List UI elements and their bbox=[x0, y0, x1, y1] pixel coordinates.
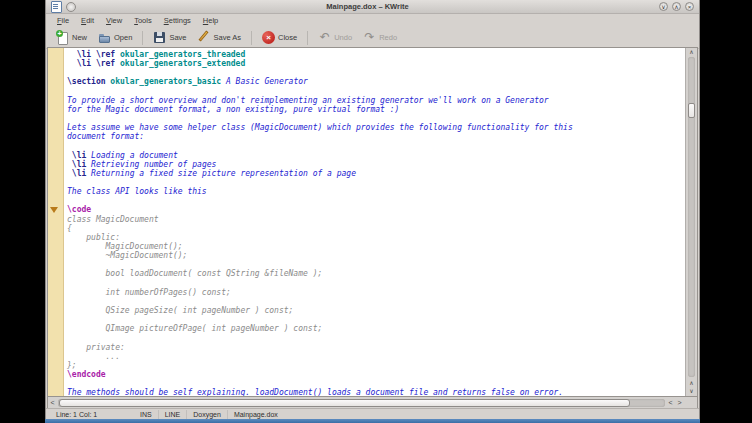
toolbar-button-label: Close bbox=[278, 33, 297, 42]
editor-line: }; bbox=[67, 361, 685, 370]
horizontal-scrollbar-thumb[interactable] bbox=[59, 399, 630, 407]
undo-button[interactable]: ↶Undo bbox=[314, 30, 356, 45]
toolbar-button-label: Save As bbox=[213, 33, 241, 42]
redo-button[interactable]: ↷Redo bbox=[359, 30, 401, 45]
editor-line bbox=[67, 196, 685, 205]
redo-icon: ↷ bbox=[363, 31, 376, 44]
editor-line bbox=[67, 114, 685, 123]
vertical-scrollbar[interactable]: ∧ ∧ ∨ bbox=[685, 48, 697, 396]
vertical-scrollbar-bottom-arrows: ∧ ∨ bbox=[686, 379, 697, 395]
window-menu-icon[interactable] bbox=[51, 1, 62, 13]
document-name: Mainpage.dox bbox=[227, 410, 284, 419]
scroll-up-icon[interactable]: ∧ bbox=[686, 379, 697, 387]
window-buttons: ∨ ∧ × bbox=[659, 2, 694, 11]
editor-text-area[interactable]: \li \ref okular_generators_threaded \li … bbox=[64, 48, 685, 396]
editor-line: \li Loading a document bbox=[67, 151, 685, 160]
minimize-button[interactable]: ∨ bbox=[659, 2, 668, 11]
editor-line: The methods should be self explaining. l… bbox=[67, 388, 685, 396]
editor-line: public: bbox=[67, 233, 685, 242]
toolbar-button-label: Open bbox=[114, 33, 132, 42]
scroll-down-icon[interactable]: ∨ bbox=[686, 387, 697, 395]
editor-line: The class API looks like this bbox=[67, 187, 685, 196]
editor-line: ... bbox=[67, 352, 685, 361]
scroll-up-icon[interactable]: ∧ bbox=[686, 48, 697, 56]
maximize-button[interactable]: ∧ bbox=[672, 2, 681, 11]
scroll-left-icon[interactable]: < bbox=[48, 397, 57, 408]
editor-line: QImage pictureOfPage( int pageNumber ) c… bbox=[67, 324, 685, 333]
editor-line bbox=[67, 333, 685, 342]
toolbar-button-label: Undo bbox=[334, 33, 352, 42]
editor-line: private: bbox=[67, 343, 685, 352]
editor-line bbox=[67, 141, 685, 150]
editor-line: { bbox=[67, 224, 685, 233]
horizontal-scrollbar-track[interactable] bbox=[58, 399, 665, 407]
desktop-background: Mainpage.dox – KWrite ∨ ∧ × FileEditView… bbox=[0, 0, 752, 423]
close-button[interactable]: ×Close bbox=[258, 30, 301, 45]
horizontal-scrollbar-right-arrows: < > bbox=[666, 397, 684, 408]
save-as-icon bbox=[197, 31, 210, 44]
code-fold-triangle-icon[interactable] bbox=[50, 207, 58, 213]
new-icon: + bbox=[56, 31, 69, 44]
selection-mode: LINE bbox=[158, 410, 187, 419]
editor-line: ~MagicDocument(); bbox=[67, 251, 685, 260]
editor-line: QSize pageSize( int pageNumber ) const; bbox=[67, 306, 685, 315]
save-as-button[interactable]: Save As bbox=[193, 30, 245, 45]
editor-line: Lets assume we have some helper class (M… bbox=[67, 123, 685, 132]
editor-line: \li Returning a fixed size picture repre… bbox=[67, 169, 685, 178]
toolbar-separator bbox=[307, 31, 308, 45]
save-icon bbox=[153, 31, 166, 44]
toolbar: +NewOpenSaveSave As×Close↶Undo↷Redo bbox=[46, 27, 699, 49]
titlebar[interactable]: Mainpage.dox – KWrite ∨ ∧ × bbox=[46, 0, 699, 14]
toolbar-separator bbox=[251, 31, 252, 45]
vertical-scrollbar-track[interactable] bbox=[688, 57, 695, 377]
horizontal-scrollbar[interactable]: < < > bbox=[47, 397, 698, 408]
editor-line: document format: bbox=[67, 132, 685, 141]
editor-line: class MagicDocument bbox=[67, 215, 685, 224]
fold-border bbox=[48, 48, 64, 396]
close-button[interactable]: × bbox=[685, 2, 694, 11]
insert-mode: INS bbox=[134, 410, 158, 419]
menu-item-settings[interactable]: Settings bbox=[159, 15, 196, 26]
editor-line: To provide a short overview and don't re… bbox=[67, 96, 685, 105]
window-title: Mainpage.dox – KWrite bbox=[76, 2, 659, 11]
desktop-panel-edge bbox=[45, 419, 700, 423]
toolbar-separator bbox=[142, 31, 143, 45]
editor-line bbox=[67, 379, 685, 388]
menu-item-file[interactable]: File bbox=[52, 15, 74, 26]
editor: \li \ref okular_generators_threaded \li … bbox=[47, 47, 698, 397]
editor-line bbox=[67, 297, 685, 306]
scroll-left-icon[interactable]: < bbox=[666, 397, 675, 408]
open-button[interactable]: Open bbox=[94, 30, 136, 45]
highlight-mode: Doxygen bbox=[186, 410, 227, 419]
toolbar-button-label: New bbox=[72, 33, 87, 42]
close-icon: × bbox=[262, 31, 275, 44]
editor-line bbox=[67, 87, 685, 96]
undo-icon: ↶ bbox=[318, 31, 331, 44]
open-icon bbox=[98, 31, 111, 44]
toolbar-button-label: Save bbox=[169, 33, 186, 42]
menu-item-edit[interactable]: Edit bbox=[76, 15, 99, 26]
editor-line bbox=[67, 279, 685, 288]
editor-line: bool loadDocument( const QString &fileNa… bbox=[67, 269, 685, 278]
toolbar-button-label: Redo bbox=[379, 33, 397, 42]
sticky-button[interactable] bbox=[66, 2, 76, 12]
editor-line: \li Retrieving number of pages bbox=[67, 160, 685, 169]
save-button[interactable]: Save bbox=[149, 30, 190, 45]
editor-line bbox=[67, 315, 685, 324]
editor-line: int numberOfPages() const; bbox=[67, 288, 685, 297]
editor-line: \li \ref okular_generators_threaded bbox=[67, 50, 685, 59]
editor-line: \section okular_generators_basic A Basic… bbox=[67, 77, 685, 86]
vertical-scrollbar-thumb[interactable] bbox=[688, 103, 695, 118]
menu-item-tools[interactable]: Tools bbox=[129, 15, 157, 26]
editor-line bbox=[67, 260, 685, 269]
scroll-right-icon[interactable]: > bbox=[675, 397, 684, 408]
editor-line bbox=[67, 178, 685, 187]
menu-item-help[interactable]: Help bbox=[198, 15, 223, 26]
new-button[interactable]: +New bbox=[52, 30, 91, 45]
menu-item-view[interactable]: View bbox=[101, 15, 127, 26]
editor-line: \code bbox=[67, 205, 685, 214]
editor-line: \endcode bbox=[67, 370, 685, 379]
kwrite-window: Mainpage.dox – KWrite ∨ ∧ × FileEditView… bbox=[45, 0, 700, 419]
editor-line: MagicDocument(); bbox=[67, 242, 685, 251]
editor-line: for the Magic document format, a non exi… bbox=[67, 105, 685, 114]
